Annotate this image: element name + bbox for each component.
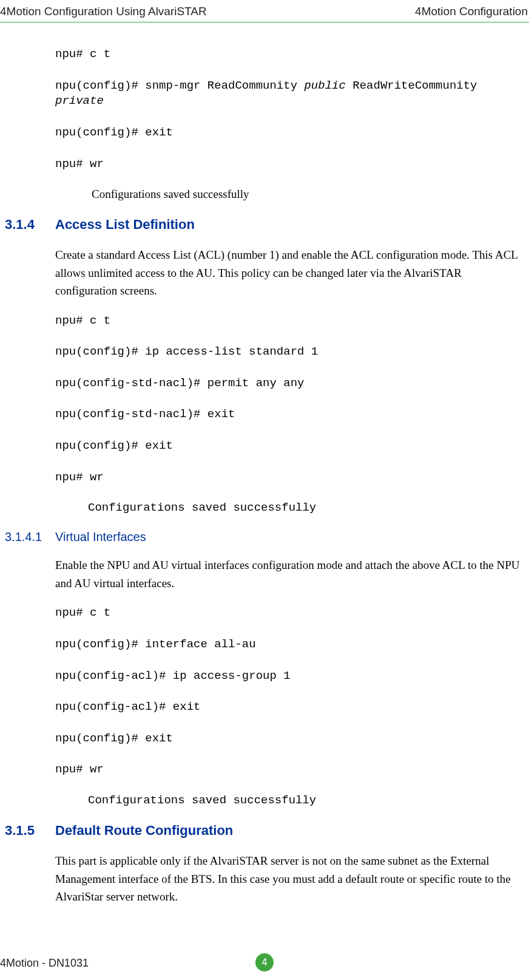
- code-line: npu# wr: [55, 470, 524, 486]
- code-line: npu# c t: [55, 313, 524, 329]
- section-number: 3.1.4: [5, 217, 55, 233]
- section-number: 3.1.5: [5, 823, 55, 839]
- subsection-3141: 3.1.4.1 Virtual Interfaces: [5, 530, 524, 544]
- header-rule: [0, 22, 529, 22]
- code-line: npu(config-acl)# ip access-group 1: [55, 669, 524, 684]
- code-line: npu(config-acl)# exit: [55, 699, 524, 715]
- code-line: npu# wr: [55, 157, 524, 172]
- code-line: npu(config)# ip access-list standard 1: [55, 344, 524, 360]
- code-line: npu(config)# snmp-mgr ReadCommunity publ…: [55, 78, 524, 109]
- body-paragraph: This part is applicable only if the Alva…: [55, 852, 524, 905]
- section-315-body: This part is applicable only if the Alva…: [55, 852, 524, 905]
- code-line: npu(config-std-nacl)# permit any any: [55, 376, 524, 392]
- code-italic: public: [304, 79, 345, 92]
- footer-doc-id: 4Motion - DN1031: [0, 957, 89, 970]
- output-line: Configurations saved successfully: [92, 188, 524, 201]
- code-text: ReadWriteCommunity: [346, 79, 477, 92]
- output-line: Configurations saved successfully: [88, 501, 524, 514]
- section-314: 3.1.4 Access List Definition: [5, 217, 524, 233]
- code-line: npu(config)# interface all-au: [55, 637, 524, 653]
- section-title: Default Route Configuration: [55, 823, 233, 839]
- subsection-3141-body: Enable the NPU and AU virtual interfaces…: [55, 556, 524, 807]
- code-line: npu# c t: [55, 605, 524, 621]
- body-paragraph: Enable the NPU and AU virtual interfaces…: [55, 556, 524, 592]
- code-line: npu(config)# exit: [55, 731, 524, 747]
- code-block-1: npu# c t npu(config)# snmp-mgr ReadCommu…: [55, 47, 524, 201]
- section-314-body: Create a standard Access List (ACL) (num…: [55, 246, 524, 514]
- code-line: npu(config)# exit: [55, 438, 524, 454]
- subsection-title: Virtual Interfaces: [55, 530, 146, 544]
- code-italic: private: [55, 94, 104, 107]
- subsection-number: 3.1.4.1: [5, 530, 55, 544]
- header-left: 4Motion Configuration Using AlvariSTAR: [0, 5, 207, 18]
- output-line: Configurations saved successfully: [88, 794, 524, 807]
- page-header: 4Motion Configuration Using AlvariSTAR 4…: [0, 0, 529, 22]
- section-title: Access List Definition: [55, 217, 195, 233]
- header-right: 4Motion Configuration: [415, 5, 528, 18]
- code-line: npu(config-std-nacl)# exit: [55, 407, 524, 423]
- code-line: npu(config)# exit: [55, 125, 524, 141]
- code-line: npu# c t: [55, 47, 524, 63]
- section-315: 3.1.5 Default Route Configuration: [5, 823, 524, 839]
- code-line: npu# wr: [55, 762, 524, 778]
- code-text: npu(config)# snmp-mgr ReadCommunity: [55, 79, 304, 92]
- body-paragraph: Create a standard Access List (ACL) (num…: [55, 246, 524, 299]
- page-content: npu# c t npu(config)# snmp-mgr ReadCommu…: [0, 47, 529, 905]
- page-number-badge: 4: [255, 953, 274, 971]
